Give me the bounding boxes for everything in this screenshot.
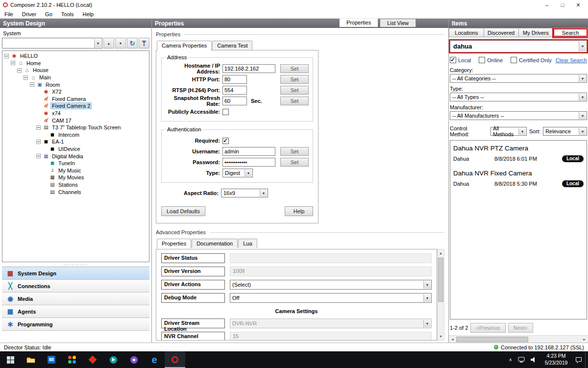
set-username-button[interactable]: Set [280,147,309,156]
control-method-select[interactable]: All Methods [490,127,527,136]
move-down-button[interactable] [115,38,126,49]
tree-item-t3-touchscreen[interactable]: T3 7" Tabletop Touch Screen [2,124,149,131]
filter-icon[interactable] [139,38,149,49]
tree-item-home[interactable]: Home [2,60,149,67]
chevron-down-icon[interactable] [423,294,431,302]
nav-programming[interactable]: Programming [2,318,149,331]
set-http-port-button[interactable]: Set [280,75,309,84]
tab-adv-properties[interactable]: Properties [157,239,191,248]
tree-item-fixed-camera[interactable]: Fixed Camera [2,96,149,103]
tab-discovered[interactable]: Discovered [484,28,519,37]
chevron-down-icon[interactable] [245,170,252,176]
tab-adv-lua[interactable]: Lua [238,239,257,248]
tray-expand-icon[interactable] [506,351,515,368]
items-horizontal-scrollbar[interactable] [449,335,588,343]
tree-item-house[interactable]: House [2,67,149,74]
tab-adv-documentation[interactable]: Documentation [192,239,238,248]
chevron-down-icon[interactable] [579,94,586,100]
app-button-teal[interactable] [103,351,123,368]
splitter-grip[interactable] [2,262,149,267]
certified-only-checkbox[interactable] [511,57,517,63]
rtsp-port-input[interactable] [222,86,247,95]
username-input[interactable] [222,147,275,156]
scroll-right-icon[interactable] [581,336,588,343]
nav-media[interactable]: Media [2,293,149,305]
next-page-button[interactable]: Next> [508,323,533,333]
tree-item-main[interactable]: Main [2,74,149,81]
online-checkbox[interactable] [479,57,485,63]
advanced-vertical-scrollbar[interactable] [437,249,444,341]
menu-go[interactable]: Go [41,10,57,18]
driver-result-ptz-camera[interactable]: Dahua NVR PTZ Camera Dahua 8/8/2018 6:01… [453,143,584,168]
driver-search-combobox[interactable]: dahua [450,40,587,52]
set-refresh-rate-button[interactable]: Set [280,97,309,105]
tree-item-uidevice[interactable]: UIDevice [2,146,149,153]
menu-file[interactable]: File [0,10,18,18]
tree-item-x74[interactable]: x74 [2,110,149,117]
menu-driver[interactable]: Driver [18,10,41,18]
type-select[interactable]: -- All Types -- [450,93,587,101]
volume-icon[interactable] [528,351,540,368]
tab-list-view[interactable]: List View [380,19,416,27]
tab-locations[interactable]: Locations [449,28,484,37]
hostname-input[interactable] [222,64,275,73]
set-password-button[interactable]: Set [280,158,309,167]
tree-item-intercom[interactable]: Intercom [2,131,149,139]
taskbar-clock[interactable]: 4:23 PM 5/23/2019 [540,351,572,368]
collapse-icon[interactable] [30,82,34,87]
menu-help[interactable]: Help [78,10,98,18]
scroll-left-icon[interactable] [449,336,456,343]
tab-camera-properties[interactable]: Camera Properties [157,41,212,50]
composer-taskbar-button[interactable] [165,351,185,368]
manufacturer-select[interactable]: -- All Manufacturers -- [450,111,587,120]
chevron-down-icon[interactable] [518,128,526,135]
previous-page-button[interactable]: <Previous [470,323,505,333]
tree-item-hello[interactable]: HELLO [2,52,149,60]
tree-item-cam-17[interactable]: CAM 17 [2,117,149,124]
collapse-icon[interactable] [36,140,41,144]
driver-result-fixed-camera[interactable]: Dahua NVR Fixed Camera Dahua 8/8/2018 5:… [453,168,584,193]
chevron-down-icon[interactable] [579,41,586,51]
tree-item-my-movies[interactable]: My Movies [2,174,149,181]
show-desktop-button[interactable] [585,351,588,368]
minimize-icon[interactable] [539,0,555,10]
tree-item-my-music[interactable]: My Music [2,167,149,174]
sort-select[interactable]: Relevance [543,127,587,136]
nav-system-design[interactable]: System Design [2,267,149,280]
scrollbar-thumb[interactable] [438,258,443,302]
chevron-down-icon[interactable] [579,112,586,119]
tab-properties[interactable]: Properties [339,19,378,27]
refresh-icon[interactable] [127,38,138,49]
system-filter-combobox[interactable] [2,38,102,49]
collapse-icon[interactable] [11,61,15,65]
tree-item-channels[interactable]: Channels [2,188,149,196]
collapse-icon[interactable] [17,68,22,73]
scrollbar-thumb[interactable] [456,337,528,342]
help-button[interactable]: Help [285,206,313,216]
local-checkbox[interactable] [450,57,456,63]
required-checkbox[interactable] [222,138,229,144]
file-explorer-button[interactable] [21,351,41,368]
tab-my-drivers[interactable]: My Drivers [519,28,554,37]
aspect-ratio-select[interactable]: 16x9 [221,189,268,197]
action-center-icon[interactable] [572,351,585,368]
auth-type-select[interactable]: Digest [222,169,253,177]
scroll-down-icon[interactable] [438,333,444,340]
tree-item-tunein[interactable]: TuneIn [2,160,149,167]
http-port-input[interactable] [222,75,247,84]
app-button-colorful[interactable] [62,351,82,368]
start-button[interactable] [0,351,21,368]
chevron-down-icon[interactable] [260,190,267,196]
move-up-button[interactable] [103,38,114,49]
tab-camera-test[interactable]: Camera Test [212,41,252,50]
debug-mode-select[interactable]: Off [230,293,432,303]
chevron-down-icon[interactable] [94,39,101,48]
password-input[interactable] [222,158,275,167]
refresh-rate-input[interactable] [222,97,247,105]
internet-explorer-button[interactable] [144,351,165,368]
tree-item-x72[interactable]: X72 [2,88,149,96]
tree-item-stations[interactable]: Stations [2,181,149,189]
tree-item-fixed-camera-2[interactable]: Fixed Camera 2 [2,102,149,110]
collapse-icon[interactable] [36,125,41,130]
app-button-purple[interactable] [123,351,144,368]
